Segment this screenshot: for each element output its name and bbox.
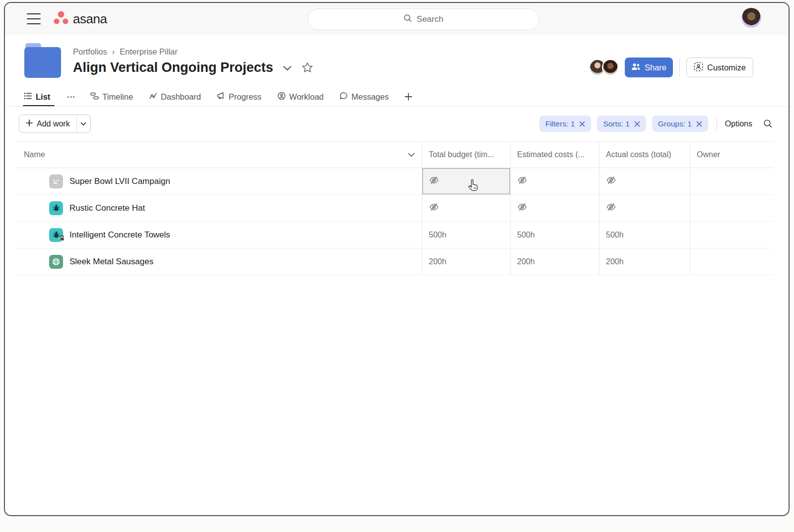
customize-button[interactable]: Customize — [686, 58, 753, 77]
customize-icon — [694, 62, 703, 73]
tab-workload[interactable]: Workload — [277, 92, 324, 102]
groups-chip-label: Groups: 1 — [658, 119, 692, 128]
table-row[interactable]: Sleek Metal Sausages 200h 200h 200h — [16, 248, 773, 275]
estimated-cell-hidden[interactable] — [510, 195, 599, 221]
globe-icon — [49, 255, 63, 269]
table-row[interactable]: Super Bowl LVII Campaign — [16, 168, 773, 195]
asana-logo[interactable]: asana — [53, 10, 107, 28]
owner-cell[interactable] — [690, 222, 773, 248]
favorite-star-icon[interactable] — [301, 61, 314, 74]
share-button[interactable]: Share — [625, 58, 673, 77]
breadcrumb: Portfolios › Enterprise Pillar — [73, 47, 178, 57]
table-row[interactable]: Intelligent Concrete Towels 500h 500h 50… — [16, 222, 773, 248]
project-board-icon — [49, 175, 63, 188]
tab-timeline-label: Timeline — [102, 92, 133, 102]
eye-slash-icon — [429, 175, 439, 187]
column-header-total-budget[interactable]: Total budget (tim... — [422, 142, 510, 168]
actual-cell[interactable]: 500h — [599, 222, 690, 248]
owner-cell[interactable] — [690, 195, 773, 221]
estimated-cell-hidden[interactable] — [510, 168, 599, 194]
project-name: Rustic Concrete Hat — [69, 203, 145, 213]
add-work-button[interactable]: Add work — [19, 115, 91, 133]
sorts-chip-label: Sorts: 1 — [603, 119, 629, 128]
owner-cell[interactable] — [690, 168, 773, 194]
plus-icon — [26, 119, 33, 128]
owner-cell[interactable] — [690, 248, 773, 275]
dashboard-icon — [149, 92, 157, 102]
sorts-chip[interactable]: Sorts: 1 — [597, 116, 646, 132]
eye-slash-icon — [517, 202, 528, 214]
tab-progress-label: Progress — [229, 92, 262, 102]
title-chevron-down-icon[interactable] — [283, 65, 292, 71]
member-avatar[interactable] — [602, 59, 619, 76]
tab-dashboard-label: Dashboard — [161, 92, 201, 102]
workload-icon — [277, 92, 286, 102]
eye-slash-icon — [429, 202, 439, 214]
view-tabs: List Timeline Dashboard — [24, 88, 412, 105]
portfolio-folder-icon — [24, 43, 61, 80]
options-button[interactable]: Options — [725, 119, 752, 128]
column-header-owner[interactable]: Owner — [690, 142, 773, 168]
add-work-label: Add work — [37, 119, 70, 128]
filters-chip[interactable]: Filters: 1 — [539, 116, 591, 132]
asana-logo-dots-icon — [53, 10, 69, 28]
estimated-cell[interactable]: 200h — [510, 248, 599, 275]
project-name: Sleek Metal Sausages — [69, 257, 153, 267]
share-button-label: Share — [645, 63, 666, 72]
budget-cell[interactable]: 500h — [422, 222, 510, 248]
tab-messages-label: Messages — [351, 92, 389, 102]
actual-cell[interactable]: 200h — [599, 248, 690, 275]
filters-chip-label: Filters: 1 — [545, 119, 575, 128]
actual-cell-hidden[interactable] — [599, 195, 690, 221]
search-placeholder: Search — [417, 14, 444, 24]
table-header-row: Name Total budget (tim... Estimated cost… — [16, 141, 773, 168]
header-divider — [679, 59, 680, 76]
budget-cell[interactable]: 200h — [422, 248, 510, 275]
asana-logo-text: asana — [73, 11, 107, 27]
messages-bubble-icon — [339, 92, 348, 102]
tab-list-label: List — [36, 92, 50, 102]
share-people-icon — [631, 63, 641, 72]
name-column-chevron-down-icon[interactable] — [408, 153, 415, 157]
top-bar: asana Search — [5, 3, 789, 35]
filters-chip-close-icon[interactable] — [579, 121, 585, 127]
breadcrumb-separator: › — [112, 47, 115, 57]
hamburger-menu-icon[interactable] — [27, 13, 41, 24]
tab-dashboard[interactable]: Dashboard — [149, 92, 201, 102]
column-header-estimated-costs[interactable]: Estimated costs (... — [510, 142, 599, 168]
add-view-plus-icon[interactable] — [404, 93, 412, 101]
tab-timeline[interactable]: Timeline — [90, 92, 133, 102]
column-header-name[interactable]: Name — [16, 142, 422, 168]
bug-icon — [49, 228, 63, 242]
eye-slash-icon — [606, 202, 616, 214]
project-name: Intelligent Concrete Towels — [69, 230, 170, 240]
estimated-cell[interactable]: 500h — [510, 222, 599, 248]
toolbar-divider — [717, 118, 717, 130]
column-header-actual-costs[interactable]: Actual costs (total) — [599, 142, 690, 168]
lock-icon — [59, 234, 66, 244]
user-avatar[interactable] — [741, 8, 761, 28]
list-tab-more-icon[interactable] — [67, 96, 74, 98]
actual-cell-hidden[interactable] — [599, 168, 690, 194]
table-row[interactable]: Rustic Concrete Hat — [16, 195, 773, 222]
breadcrumb-enterprise-pillar[interactable]: Enterprise Pillar — [120, 47, 177, 57]
budget-cell-hidden[interactable] — [422, 195, 510, 221]
page-title: Align Vertical Ongoing Projects — [73, 60, 273, 75]
groups-chip[interactable]: Groups: 1 — [652, 116, 708, 132]
hand-cursor — [467, 178, 479, 194]
tab-workload-label: Workload — [289, 92, 324, 102]
tab-messages[interactable]: Messages — [339, 92, 389, 102]
add-work-caret-button[interactable] — [76, 115, 90, 132]
search-input[interactable]: Search — [308, 8, 539, 30]
search-icon — [403, 14, 412, 25]
bug-icon — [49, 201, 63, 215]
budget-cell-hidden[interactable] — [422, 168, 510, 194]
progress-megaphone-icon — [217, 92, 225, 102]
sorts-chip-close-icon[interactable] — [634, 121, 640, 127]
groups-chip-close-icon[interactable] — [696, 121, 702, 127]
member-avatars — [589, 59, 619, 76]
breadcrumb-portfolios[interactable]: Portfolios — [73, 47, 107, 57]
table-search-icon[interactable] — [763, 119, 773, 128]
tab-progress[interactable]: Progress — [217, 92, 262, 102]
tab-list[interactable]: List — [24, 92, 50, 102]
